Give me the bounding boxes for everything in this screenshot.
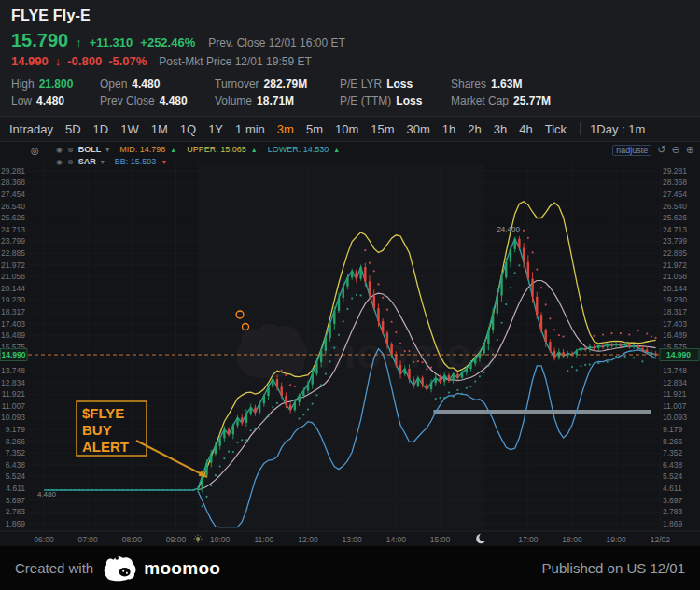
moomoo-brand-text: moomoo xyxy=(144,558,220,579)
zoom-out-icon[interactable]: ⊖ xyxy=(672,144,680,156)
adjust-controls: nadjuste↺⊖⊕ xyxy=(612,144,694,156)
indicator-row-boll[interactable]: ◉⊗BOLL▾MID: 14.798▲UPPER: 15.065▲LOWER: … xyxy=(56,145,340,154)
svg-text:5.524: 5.524 xyxy=(6,471,26,481)
svg-text:10.093: 10.093 xyxy=(1,413,25,422)
up-triangle-icon: ▲ xyxy=(333,147,340,153)
tab-1-min[interactable]: 1 min xyxy=(235,122,265,136)
last-price-tag: 14.990 xyxy=(660,349,699,361)
indicator-value: LOWER: 14.530 xyxy=(268,145,329,154)
tab-10m[interactable]: 10m xyxy=(335,122,358,136)
indicator-value: BB: 15.593 xyxy=(115,157,157,166)
tab-1d[interactable]: 1D xyxy=(93,122,109,136)
svg-text:12/02: 12/02 xyxy=(651,535,671,544)
postmarket-change-pct: -5.07% xyxy=(108,54,147,68)
chevron-down-icon[interactable]: ▾ xyxy=(101,158,105,166)
svg-text:18.317: 18.317 xyxy=(1,307,25,316)
tab-30m[interactable]: 30m xyxy=(407,122,430,136)
svg-text:23.799: 23.799 xyxy=(1,236,25,246)
tab-5d[interactable]: 5D xyxy=(65,122,81,136)
svg-text:11.007: 11.007 xyxy=(663,401,687,411)
tab-tick[interactable]: Tick xyxy=(545,122,567,136)
price-change: +11.310 xyxy=(90,35,133,49)
last-price-row: 15.790 ↑ +11.310 +252.46% Prev. Close 12… xyxy=(11,30,689,51)
svg-text:18:00: 18:00 xyxy=(562,535,582,544)
postmarket-price: 14.990 xyxy=(11,54,49,68)
tab-intraday[interactable]: Intraday xyxy=(9,122,53,136)
svg-text:17.403: 17.403 xyxy=(663,319,687,329)
visibility-icon[interactable]: ◉ xyxy=(56,158,63,166)
adjust-mode-toggle[interactable]: nadjuste xyxy=(612,145,651,156)
svg-text:18.317: 18.317 xyxy=(663,307,687,316)
svg-text:19:00: 19:00 xyxy=(607,535,627,544)
svg-text:11.921: 11.921 xyxy=(2,389,26,399)
indicator-name[interactable]: BOLL xyxy=(78,145,102,154)
svg-text:24.713: 24.713 xyxy=(663,225,687,234)
svg-text:21.972: 21.972 xyxy=(663,260,687,270)
prev-close-context: Prev. Close 12/01 16:00 ET xyxy=(208,36,345,49)
svg-text:20.144: 20.144 xyxy=(1,284,25,293)
svg-text:2.783: 2.783 xyxy=(663,507,683,516)
prev-close-label: 4.480 xyxy=(37,490,57,499)
tab-3h[interactable]: 3h xyxy=(494,122,507,136)
svg-text:23.799: 23.799 xyxy=(663,236,687,246)
svg-text:22.885: 22.885 xyxy=(1,248,25,258)
tab-1q[interactable]: 1Q xyxy=(180,122,196,136)
svg-text:24.713: 24.713 xyxy=(1,225,25,234)
reset-view-icon[interactable]: ↺ xyxy=(657,144,665,156)
indicator-row-sar[interactable]: ◉⊗SAR▾BB: 15.593▼ xyxy=(56,157,167,166)
remove-indicator-icon[interactable]: ⊗ xyxy=(67,146,74,154)
tab-1m[interactable]: 1M xyxy=(151,122,168,136)
up-triangle-icon: ▲ xyxy=(170,147,176,153)
tab-3m[interactable]: 3m xyxy=(277,122,294,136)
published-label: Published on US 12/01 xyxy=(542,560,685,576)
svg-text:22.885: 22.885 xyxy=(663,248,687,258)
svg-text:10:00: 10:00 xyxy=(210,535,231,544)
svg-text:12.834: 12.834 xyxy=(663,378,687,387)
tab-1h[interactable]: 1h xyxy=(442,122,455,136)
stats-column: P/E LYRLossP/E (TTM)Loss xyxy=(340,77,451,107)
created-with-label: Created with xyxy=(15,560,93,576)
svg-text:12.834: 12.834 xyxy=(1,378,25,387)
price-chart-canvas[interactable]: moomoo24.4004.480$FLYEBUYALERT29.28129.2… xyxy=(0,142,700,546)
svg-text:4.611: 4.611 xyxy=(663,484,682,493)
target-icon[interactable]: ◎ xyxy=(31,146,39,156)
tab-1day-1m[interactable]: 1Day : 1m xyxy=(590,122,645,136)
tab-2h[interactable]: 2h xyxy=(468,122,481,136)
up-arrow-icon: ↑ xyxy=(76,35,82,49)
stat-high: High21.800 xyxy=(11,77,100,91)
svg-text:27.454: 27.454 xyxy=(1,190,25,199)
stat-prev-close: Prev Close4.480 xyxy=(100,94,215,107)
svg-text:14.990: 14.990 xyxy=(2,350,26,359)
tab-1y[interactable]: 1Y xyxy=(208,122,223,136)
quote-header: FLYE Fly-E 15.790 ↑ +11.310 +252.46% Pre… xyxy=(0,0,700,117)
svg-text:11:00: 11:00 xyxy=(255,535,274,544)
svg-text:21.972: 21.972 xyxy=(1,260,25,270)
svg-text:3.697: 3.697 xyxy=(6,496,26,505)
svg-text:12:00: 12:00 xyxy=(298,535,318,544)
last-price: 15.790 xyxy=(11,30,68,51)
tab-15m[interactable]: 15m xyxy=(371,122,394,136)
buy-alert-callout: $FLYEBUYALERT xyxy=(77,401,207,477)
stat-low: Low4.480 xyxy=(11,94,100,107)
svg-text:17:00: 17:00 xyxy=(518,535,539,544)
zoom-in-icon[interactable]: ⊕ xyxy=(686,144,694,156)
svg-text:11.007: 11.007 xyxy=(2,401,26,411)
indicator-name[interactable]: SAR xyxy=(78,157,96,166)
remove-indicator-icon[interactable]: ⊗ xyxy=(67,158,74,166)
share-footer: Created with moomoo Published on US 12/0… xyxy=(0,546,700,590)
indicator-value: UPPER: 15.065 xyxy=(187,145,246,154)
tab-4h[interactable]: 4h xyxy=(519,122,532,136)
svg-text:17.403: 17.403 xyxy=(1,319,25,329)
chevron-down-icon[interactable]: ▾ xyxy=(105,146,109,154)
svg-text:7.352: 7.352 xyxy=(6,448,26,457)
timeframe-tabs: Intraday5D1D1W1M1Q1Y1 min3m5m10m15m30m1h… xyxy=(0,117,700,142)
svg-text:25.626: 25.626 xyxy=(663,213,687,222)
svg-text:8.266: 8.266 xyxy=(6,437,26,446)
tab-1w[interactable]: 1W xyxy=(120,122,139,136)
svg-text:29.281: 29.281 xyxy=(663,166,687,176)
svg-text:1.869: 1.869 xyxy=(663,519,683,528)
tab-5m[interactable]: 5m xyxy=(306,122,323,136)
visibility-icon[interactable]: ◉ xyxy=(56,146,63,154)
svg-text:13.748: 13.748 xyxy=(1,366,25,375)
svg-text:11.921: 11.921 xyxy=(663,389,687,399)
